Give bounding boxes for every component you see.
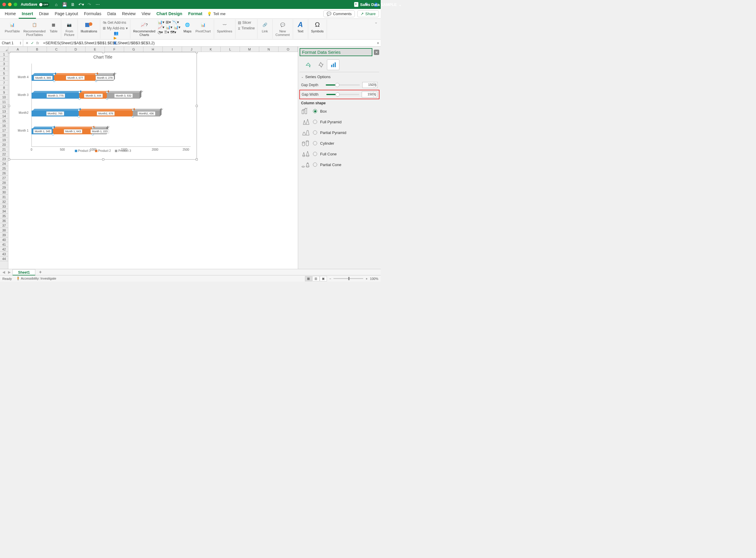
data-label[interactable]: Month 4, 677	[66, 76, 85, 80]
row-header[interactable]: 43	[0, 252, 8, 256]
row-header[interactable]: 12	[0, 104, 8, 109]
row-header[interactable]: 40	[0, 237, 8, 242]
data-label[interactable]: Month2, 876	[97, 111, 115, 116]
shape-partial-cone-option[interactable]: Partial Cone	[301, 159, 378, 170]
maximize-window-icon[interactable]	[14, 3, 17, 6]
row-header[interactable]: 24	[0, 161, 8, 166]
symbols-button[interactable]: ΩSymbols	[310, 20, 325, 33]
spinner-icon[interactable]: ▴▾	[373, 92, 377, 97]
tab-formulas[interactable]: Formulas	[81, 9, 104, 19]
accessibility-status[interactable]: 🧍 Accessibility: Investigate	[16, 277, 56, 280]
series-options-tab[interactable]	[327, 59, 340, 70]
more-icon[interactable]: ⋯	[95, 2, 100, 7]
data-label[interactable]: Month2, 436	[137, 111, 155, 116]
autosave-toggle[interactable]: AutoSave OFF	[21, 2, 49, 7]
bing-maps-icon[interactable]: ▶	[114, 36, 118, 40]
row-header[interactable]: 18	[0, 133, 8, 137]
enter-icon[interactable]: ✓	[31, 41, 34, 45]
print-icon[interactable]: 🗎	[70, 2, 75, 7]
row-header[interactable]: 35	[0, 213, 8, 219]
radio-off-icon[interactable]	[313, 130, 317, 134]
data-label[interactable]: Month 1, 643	[64, 129, 83, 133]
save-icon[interactable]: 💾	[62, 2, 67, 7]
col-header[interactable]: E	[85, 47, 105, 52]
row-header[interactable]: 23	[0, 157, 8, 161]
col-header[interactable]: F	[105, 47, 124, 52]
row-header[interactable]: 27	[0, 176, 8, 180]
col-header[interactable]: G	[124, 47, 143, 52]
gap-width-input[interactable]: 150%▴▾	[362, 92, 377, 98]
radio-off-icon[interactable]	[313, 141, 317, 145]
name-box[interactable]: Chart 1 ▴▾	[0, 40, 23, 46]
maps-button[interactable]: 🌐Maps	[182, 20, 193, 37]
col-header[interactable]: I	[163, 47, 182, 52]
tab-format[interactable]: Format	[185, 9, 205, 19]
row-header[interactable]: 36	[0, 219, 8, 223]
gap-depth-slider[interactable]	[326, 84, 360, 85]
resize-handle-nw[interactable]	[8, 52, 10, 53]
row-header[interactable]: 21	[0, 147, 8, 152]
row-header[interactable]: 25	[0, 166, 8, 171]
row-header[interactable]: 9	[0, 90, 8, 95]
tab-review[interactable]: Review	[119, 9, 139, 19]
row-header[interactable]: 33	[0, 204, 8, 209]
row-header[interactable]: 29	[0, 185, 8, 190]
shape-full-pyramid-option[interactable]: Full Pyramid	[301, 117, 378, 127]
chart-title[interactable]: Chart Title	[9, 52, 196, 60]
selection-handle[interactable]	[78, 98, 80, 100]
share-button[interactable]: ↗ Share	[357, 10, 379, 17]
rec-charts-button[interactable]: 📈?Recommended Charts	[132, 20, 157, 37]
home-icon[interactable]: ⌂	[53, 2, 59, 7]
chart-object[interactable]: Chart Title Month 4Month 4, 365Month 4, …	[9, 52, 197, 159]
row-header[interactable]: 7	[0, 80, 8, 85]
gap-width-slider[interactable]	[326, 94, 359, 95]
shape-partial-pyramid-option[interactable]: Partial Pyramid	[301, 127, 378, 138]
fill-line-tab[interactable]	[302, 59, 315, 70]
timeline-button[interactable]: ⧖Timeline	[237, 26, 255, 31]
tab-home[interactable]: Home	[2, 9, 19, 19]
rec-pivottables-button[interactable]: 📋Recommended PivotTables	[22, 20, 47, 37]
tab-view[interactable]: View	[139, 9, 154, 19]
pivottable-button[interactable]: 📊PivotTable	[4, 20, 21, 37]
autosave-switch[interactable]: OFF	[38, 2, 49, 7]
page-break-view-button[interactable]: ▣	[320, 276, 327, 281]
col-header[interactable]: A	[8, 47, 28, 52]
row-header[interactable]: 32	[0, 199, 8, 204]
slicer-button[interactable]: ▤Slicer	[237, 20, 255, 25]
waterfall-chart-icon[interactable]: 📉▾	[172, 20, 179, 24]
resize-handle-e[interactable]	[196, 105, 198, 107]
people-graph-icon[interactable]: 👥	[114, 31, 118, 35]
name-box-dropdown-icon[interactable]: ▴▾	[20, 41, 21, 45]
tab-page-layout[interactable]: Page Layout	[52, 9, 81, 19]
visio-icon[interactable]: ◧	[114, 41, 118, 45]
row-header[interactable]: 16	[0, 123, 8, 128]
pivotchart-button[interactable]: 📊PivotChart	[194, 20, 212, 37]
legend-item[interactable]: Product 1	[75, 149, 91, 152]
tab-draw[interactable]: Draw	[36, 9, 52, 19]
col-header[interactable]: O	[278, 47, 298, 52]
row-header[interactable]: 2	[0, 57, 8, 61]
from-picture-button[interactable]: 📷From Picture	[63, 20, 75, 37]
data-label[interactable]: Month 3, 775	[47, 94, 65, 98]
resize-handle-s[interactable]	[102, 158, 104, 160]
scatter-chart-icon[interactable]: ⠿▾	[164, 30, 169, 34]
zoom-in-button[interactable]: +	[366, 277, 367, 280]
sheet-nav-prev[interactable]: ◀	[1, 270, 6, 274]
row-header[interactable]: 44	[0, 256, 8, 261]
data-label[interactable]: Month2, 765	[46, 111, 64, 116]
radio-on-icon[interactable]	[313, 109, 317, 113]
map-chart-icon[interactable]: 🗺▾	[170, 30, 177, 34]
row-header[interactable]: 39	[0, 233, 8, 237]
data-label[interactable]: Month 3, 444	[84, 94, 103, 98]
collapse-ribbon-icon[interactable]: ⌄	[373, 19, 379, 25]
cells-area[interactable]: Chart Title Month 4Month 4, 365Month 4, …	[8, 52, 298, 269]
selection-handle[interactable]	[78, 116, 80, 118]
col-header[interactable]: B	[28, 47, 47, 52]
col-header[interactable]: D	[66, 47, 85, 52]
row-header[interactable]: 17	[0, 128, 8, 133]
row-header[interactable]: 26	[0, 171, 8, 176]
new-comment-button[interactable]: 💬New Comment	[274, 20, 291, 37]
document-title[interactable]: Sales Data SAMPLE ⌄	[354, 2, 381, 7]
spinner-icon[interactable]: ▴▾	[374, 82, 377, 87]
row-header[interactable]: 20	[0, 142, 8, 147]
